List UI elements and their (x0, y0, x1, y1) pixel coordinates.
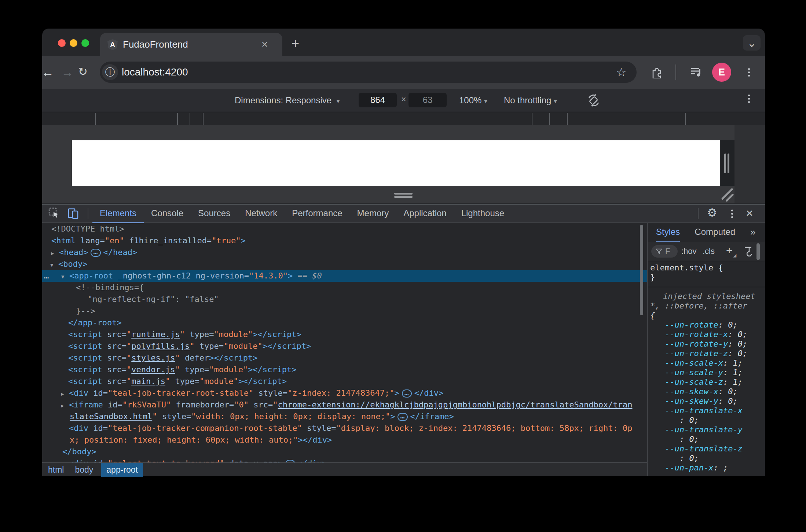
style-rule-line[interactable]: --un-skew-x: 0; (648, 387, 758, 396)
style-rule-line[interactable]: --un-scale-y: 1; (648, 368, 758, 377)
tab-close-icon[interactable]: × (261, 38, 268, 51)
style-rule-line[interactable]: --un-translate-y (648, 425, 758, 435)
style-rule-line[interactable]: --un-translate-z (648, 444, 758, 454)
media-controls-icon[interactable] (690, 66, 703, 78)
style-rule-line[interactable]: --un-rotate-x: 0; (648, 330, 758, 339)
page-viewport[interactable] (72, 140, 720, 186)
collapse-arrow-icon[interactable]: ▼ (61, 271, 69, 282)
url-text[interactable]: localhost:4200 (122, 66, 188, 78)
devtools-close-icon[interactable]: × (746, 207, 753, 219)
style-rule-line[interactable]: } (648, 273, 758, 282)
devtools-tab-performance[interactable]: Performance (285, 204, 349, 222)
devtools-tab-sources[interactable]: Sources (191, 204, 238, 222)
close-window-button[interactable] (58, 39, 66, 47)
style-rule-line[interactable]: { (648, 311, 758, 320)
tree-line[interactable]: x; position: fixed; height: 60px; width:… (42, 434, 647, 446)
code-segment[interactable]: polyfills.js (131, 341, 190, 351)
code-segment[interactable]: runtime.js (131, 330, 180, 339)
style-rule-line[interactable]: --un-pan-x: ; (648, 463, 758, 473)
style-rule-line[interactable]: --un-skew-y: 0; (648, 396, 758, 406)
zoom-dropdown[interactable]: 100% ▾ (459, 89, 487, 113)
tree-line[interactable]: <script src="main.js" type="module"></sc… (42, 376, 647, 387)
breadcrumb-item-html[interactable]: html (45, 463, 67, 477)
style-rule-line[interactable]: *, ::before, ::after (648, 301, 758, 311)
tree-line[interactable]: }--> (42, 305, 647, 317)
browser-tab[interactable]: A FudaoFrontend × (100, 33, 282, 56)
devtools-tab-memory[interactable]: Memory (350, 204, 396, 222)
element-state-icon[interactable] (744, 246, 753, 256)
node-menu-icon[interactable]: … (44, 270, 50, 282)
rotate-device-icon[interactable] (586, 93, 601, 108)
tree-line[interactable]: ▶<div id="select-text-to-keyword" data-v… (42, 458, 647, 462)
style-rule-line[interactable]: element.style { (648, 263, 758, 273)
tab-search-chevron-button[interactable]: ⌄ (743, 35, 761, 51)
device-toolbar-menu-icon[interactable] (748, 95, 750, 103)
devtools-tab-lighthouse[interactable]: Lighthouse (454, 204, 512, 222)
breadcrumb-item-body[interactable]: body (72, 463, 96, 477)
site-info-icon[interactable]: ⓘ (102, 64, 118, 80)
viewport-height-input[interactable]: 63 (409, 93, 447, 107)
devtools-tab-network[interactable]: Network (238, 204, 285, 222)
style-rule-line[interactable]: : 0; (648, 415, 758, 425)
devtools-menu-icon[interactable] (731, 210, 733, 218)
viewport-width-resize-handle[interactable] (720, 140, 734, 186)
tree-line[interactable]: <!--bindings={ (42, 282, 647, 293)
viewport-height-resize-handle[interactable] (394, 191, 413, 199)
expand-arrow-icon[interactable]: ▶ (61, 388, 69, 400)
devtools-tab-elements[interactable]: Elements (92, 204, 144, 223)
address-bar[interactable]: ⓘ localhost:4200 ☆ (100, 62, 637, 83)
styles-filter-input[interactable]: F (651, 245, 678, 258)
viewport-width-input[interactable]: 864 (359, 93, 397, 107)
tree-line[interactable]: …▼<app-root _nghost-ghn-c12 ng-version="… (42, 270, 647, 282)
sidebar-tab-styles[interactable]: Styles (656, 223, 680, 243)
expand-arrow-icon[interactable]: ▶ (61, 400, 69, 411)
inline-expand-icon[interactable]: … (397, 413, 407, 421)
tree-line[interactable]: ▶<head>…</head> (42, 247, 647, 258)
new-tab-button[interactable]: + (292, 36, 299, 51)
collapse-arrow-icon[interactable]: ▼ (50, 259, 58, 271)
new-style-rule-button[interactable]: + (726, 244, 733, 257)
tree-line[interactable]: <script src="runtime.js" type="module"><… (42, 329, 647, 340)
tree-line[interactable]: ▼<body> (42, 258, 647, 270)
pseudo-state-button[interactable]: :hov (681, 242, 697, 261)
style-rule-line[interactable]: --un-scale-z: 1; (648, 377, 758, 387)
toggle-device-toolbar-icon[interactable] (67, 207, 80, 219)
code-segment[interactable]: vendor.js (131, 365, 175, 374)
tree-line[interactable]: "ng-reflect-ng-if": "false" (42, 293, 647, 305)
style-rule-line[interactable]: --un-rotate-y: 0; (648, 339, 758, 349)
more-tabs-icon[interactable]: » (750, 226, 755, 238)
inline-expand-icon[interactable]: … (91, 249, 100, 257)
style-rule-line[interactable]: --un-scale-x: 1; (648, 358, 758, 368)
dimensions-dropdown[interactable]: Dimensions: Responsive ▾ (235, 89, 340, 113)
browser-menu-icon[interactable] (748, 68, 750, 77)
forward-button[interactable]: → (61, 66, 74, 78)
minimize-window-button[interactable] (70, 39, 77, 47)
style-rule-line[interactable]: --un-rotate: 0; (648, 320, 758, 330)
code-segment[interactable]: main.js (131, 377, 165, 386)
tree-line[interactable]: <div id="teal-job-tracker-companion-root… (42, 422, 647, 434)
style-rule-line[interactable]: injected stylesheet (648, 292, 758, 301)
styles-scrollbar[interactable] (756, 243, 760, 260)
sidebar-tab-computed[interactable]: Computed (695, 223, 735, 241)
inline-expand-icon[interactable]: … (285, 460, 295, 462)
throttling-dropdown[interactable]: No throttling ▾ (504, 89, 557, 113)
viewport-corner-resize-handle[interactable] (718, 185, 737, 203)
expand-arrow-icon[interactable]: ▶ (51, 247, 59, 259)
code-segment[interactable]: slateSandbox.html (70, 412, 152, 421)
inspect-element-icon[interactable] (48, 207, 61, 219)
reload-button[interactable]: ↻ (78, 66, 88, 77)
style-rule-line[interactable]: : 0; (648, 435, 758, 444)
tree-line[interactable]: ▶<iframe id="rkSVaaTU" frameborder="0" s… (42, 399, 647, 411)
tree-line[interactable]: <script src="styles.js" defer></script> (42, 352, 647, 364)
tree-line[interactable]: <script src="polyfills.js" type="module"… (42, 340, 647, 352)
bookmark-star-icon[interactable]: ☆ (616, 65, 627, 79)
extensions-puzzle-icon[interactable] (650, 66, 663, 78)
tree-line[interactable]: </body> (42, 446, 647, 458)
tree-line[interactable]: <!DOCTYPE html> (42, 223, 647, 235)
tree-line[interactable]: slateSandbox.html" style="width: 0px; he… (42, 411, 647, 422)
expand-arrow-icon[interactable]: ▶ (61, 458, 69, 462)
back-button[interactable]: ← (41, 66, 54, 78)
devtools-tab-application[interactable]: Application (396, 204, 454, 222)
devtools-settings-gear-icon[interactable]: ⚙ (707, 207, 717, 218)
style-rule-line[interactable]: --un-translate-x (648, 406, 758, 415)
